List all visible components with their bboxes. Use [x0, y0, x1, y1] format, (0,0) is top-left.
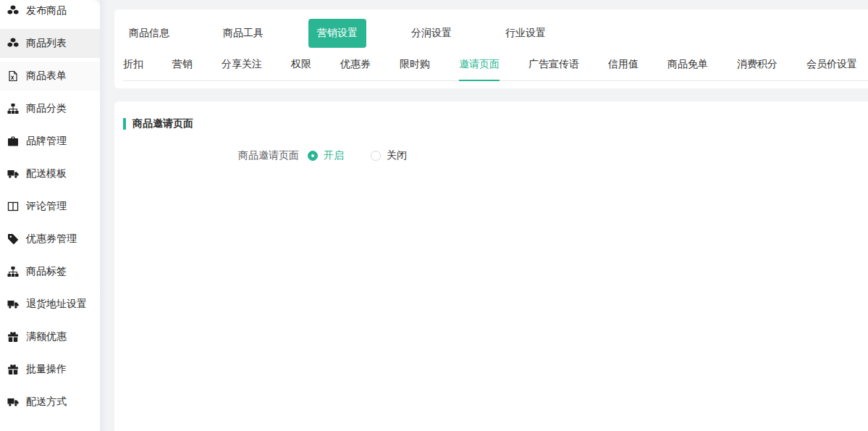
radio-option-label: 开启 — [324, 149, 344, 162]
sub-tab[interactable]: 营销 — [172, 58, 193, 81]
sidebar-item-label: 商品表单 — [26, 70, 67, 83]
sub-tab[interactable]: 邀请页面 — [459, 58, 500, 81]
sub-tab[interactable]: 折扣 — [123, 58, 143, 81]
main-tab-label: 商品工具 — [223, 27, 264, 40]
sidebar-item[interactable]: 配送模板 — [0, 159, 100, 188]
page-title: 商品邀请页面 — [132, 117, 193, 130]
sub-tab-label: 邀请页面 — [459, 58, 500, 70]
sidebar-item-label: 配送模板 — [26, 167, 67, 180]
radio-option-label: 关闭 — [387, 149, 407, 162]
sidebar-item[interactable]: 满额优惠 — [0, 322, 100, 351]
tab-card-footer — [114, 81, 868, 88]
briefcase-icon — [7, 135, 19, 147]
sidebar-item-label: 满额优惠 — [26, 330, 67, 343]
cubes-icon — [7, 5, 19, 17]
sidebar-menu: 发布商品 商品列表 商品表单 商品分类 品牌管理 — [0, 0, 100, 417]
sitemap-icon — [7, 266, 19, 277]
sub-tab-label: 优惠券 — [340, 58, 371, 70]
columns-icon — [7, 201, 19, 212]
truck-icon — [7, 396, 19, 408]
radio-icon[interactable] — [308, 151, 318, 161]
sub-tab-label: 分享关注 — [222, 58, 262, 70]
main-area: 商品信息 商品工具 营销设置 分润设置 行业设置 — [114, 0, 868, 431]
sub-tab-label: 营销 — [172, 58, 193, 70]
radio-option[interactable]: 开启 — [308, 149, 344, 162]
main-tab[interactable]: 分润设置 — [403, 19, 460, 48]
sub-tab[interactable]: 会员价设置 — [806, 58, 857, 81]
section-header: 商品邀请页面 — [123, 117, 868, 130]
radio-option[interactable]: 关闭 — [371, 149, 407, 162]
sub-tab-label: 商品免单 — [667, 58, 708, 70]
main-tab[interactable]: 行业设置 — [497, 19, 555, 48]
gift-icon — [7, 364, 19, 375]
sub-tab[interactable]: 信用值 — [608, 58, 639, 81]
sub-tab-label: 信用值 — [608, 58, 639, 70]
tag-icon — [7, 233, 19, 245]
cubes-icon — [7, 38, 19, 49]
radio-icon[interactable] — [371, 151, 381, 161]
sidebar-item-label: 发布商品 — [26, 4, 67, 17]
sidebar-item[interactable]: 品牌管理 — [0, 127, 100, 156]
sub-tab-label: 限时购 — [400, 58, 430, 70]
sidebar-item-label: 批量操作 — [26, 363, 67, 376]
main-tab-label: 行业设置 — [505, 27, 546, 40]
sidebar-item-label: 品牌管理 — [26, 135, 67, 148]
sidebar-item[interactable]: 发布商品 — [0, 0, 100, 25]
invite-page-field-label: 商品邀请页面 — [123, 149, 299, 162]
main-tab[interactable]: 商品工具 — [214, 19, 272, 48]
sub-tab-label: 会员价设置 — [806, 58, 857, 70]
sidebar-item-label: 商品分类 — [26, 102, 67, 115]
main-tab[interactable]: 商品信息 — [120, 19, 178, 48]
truck-icon — [7, 168, 19, 180]
sidebar-item[interactable]: 商品表单 — [0, 62, 100, 91]
section-accent-bar — [123, 118, 126, 130]
sub-tab-label: 折扣 — [123, 58, 143, 70]
sidebar-item[interactable]: 批量操作 — [0, 355, 100, 384]
sidebar-item-label: 评论管理 — [26, 200, 67, 213]
sub-tab[interactable]: 优惠券 — [340, 58, 371, 81]
sidebar-item-label: 退货地址设置 — [26, 298, 87, 311]
content-card: 商品邀请页面 商品邀请页面 开启 关闭 — [114, 101, 868, 431]
sub-tab[interactable]: 消费积分 — [737, 58, 778, 81]
sitemap-icon — [7, 103, 19, 114]
sidebar-item[interactable]: 评论管理 — [0, 192, 100, 221]
sidebar-item[interactable]: 优惠券管理 — [0, 225, 100, 254]
invite-page-form-row: 商品邀请页面 开启 关闭 — [123, 149, 868, 162]
file-excel-icon — [7, 70, 19, 82]
invite-page-radio-group: 开启 关闭 — [308, 149, 434, 162]
main-tab-bar: 商品信息 商品工具 营销设置 分润设置 行业设置 — [114, 9, 868, 48]
main-tab-label: 分润设置 — [411, 27, 452, 40]
sub-tab-label: 消费积分 — [737, 58, 778, 70]
sidebar-edge-shadow — [100, 0, 107, 431]
sidebar-item-label: 优惠券管理 — [26, 233, 77, 246]
sidebar-item-label: 配送方式 — [26, 396, 67, 409]
main-tab[interactable]: 营销设置 — [308, 19, 366, 48]
sidebar-item[interactable]: 配送方式 — [0, 388, 100, 417]
sub-tab[interactable]: 权限 — [291, 58, 311, 81]
gift-icon — [7, 331, 19, 343]
sidebar-item[interactable]: 商品分类 — [0, 94, 100, 123]
main-tab-label: 营销设置 — [317, 27, 358, 40]
sidebar-item-label: 商品列表 — [26, 37, 67, 50]
sub-tab[interactable]: 分享关注 — [222, 58, 262, 81]
sub-tab-label: 广告宣传语 — [528, 58, 579, 70]
truck-icon — [7, 298, 19, 310]
sub-tab[interactable]: 广告宣传语 — [528, 58, 579, 81]
sub-tab-bar: 折扣 营销 分享关注 权限 优惠券 限时购 — [123, 58, 868, 81]
sidebar-item[interactable]: 商品标签 — [0, 257, 100, 286]
main-tab-label: 商品信息 — [129, 27, 169, 40]
sub-tab[interactable]: 限时购 — [400, 58, 430, 81]
settings-tab-card: 商品信息 商品工具 营销设置 分润设置 行业设置 — [114, 9, 868, 88]
sidebar-item[interactable]: 商品列表 — [0, 29, 100, 58]
sub-tab[interactable]: 商品免单 — [667, 58, 708, 81]
sidebar: 发布商品 商品列表 商品表单 商品分类 品牌管理 — [0, 0, 100, 431]
sidebar-item[interactable]: 退货地址设置 — [0, 290, 100, 319]
sub-tab-label: 权限 — [291, 58, 311, 70]
sidebar-item-label: 商品标签 — [26, 265, 67, 278]
